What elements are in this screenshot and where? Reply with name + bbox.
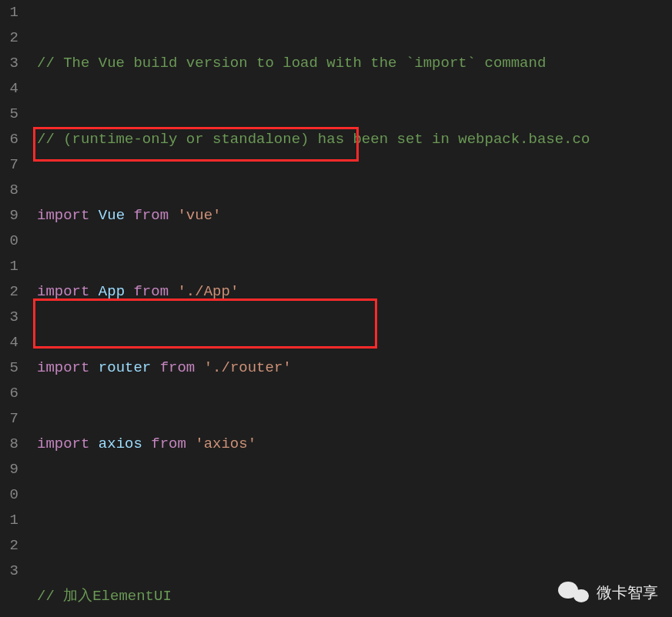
- watermark: 微卡智享: [558, 580, 658, 605]
- line-number: 1: [0, 0, 18, 25]
- line-number: 2: [0, 533, 18, 559]
- code-line[interactable]: // (runtime-only or standalone) has been…: [37, 127, 672, 152]
- wechat-icon: [558, 580, 589, 605]
- code-line[interactable]: import axios from 'axios': [37, 432, 672, 457]
- line-number: 5: [0, 102, 18, 127]
- line-number-gutter: 1 2 3 4 5 6 7 8 9 0 1 2 3 4 5 6 7 8 9 0 …: [0, 0, 23, 617]
- line-number: 8: [0, 432, 18, 457]
- line-number: 7: [0, 152, 18, 178]
- line-number: 0: [0, 228, 18, 254]
- watermark-text: 微卡智享: [597, 580, 658, 605]
- line-number: 4: [0, 76, 18, 102]
- line-number: 1: [0, 508, 18, 533]
- line-number: 4: [0, 330, 18, 355]
- code-area[interactable]: // The Vue build version to load with th…: [23, 0, 672, 617]
- line-number: 0: [0, 482, 18, 508]
- code-editor[interactable]: 1 2 3 4 5 6 7 8 9 0 1 2 3 4 5 6 7 8 9 0 …: [0, 0, 672, 617]
- line-number: 8: [0, 178, 18, 203]
- line-number: 3: [0, 305, 18, 330]
- line-number: 5: [0, 355, 18, 381]
- code-line[interactable]: import Vue from 'vue': [37, 203, 672, 228]
- code-line[interactable]: [37, 508, 672, 533]
- line-number: 7: [0, 406, 18, 432]
- line-number: 9: [0, 203, 18, 228]
- annotation-highlight-2: [33, 298, 377, 349]
- line-number: 1: [0, 254, 18, 279]
- line-number: 2: [0, 279, 18, 305]
- code-line[interactable]: import router from './router': [37, 355, 672, 381]
- code-line[interactable]: // The Vue build version to load with th…: [37, 51, 672, 76]
- code-line[interactable]: import App from './App': [37, 279, 672, 305]
- line-number: 6: [0, 127, 18, 152]
- line-number: 3: [0, 51, 18, 76]
- line-number: 9: [0, 457, 18, 482]
- line-number: 3: [0, 559, 18, 584]
- line-number: 6: [0, 381, 18, 406]
- line-number: 2: [0, 25, 18, 51]
